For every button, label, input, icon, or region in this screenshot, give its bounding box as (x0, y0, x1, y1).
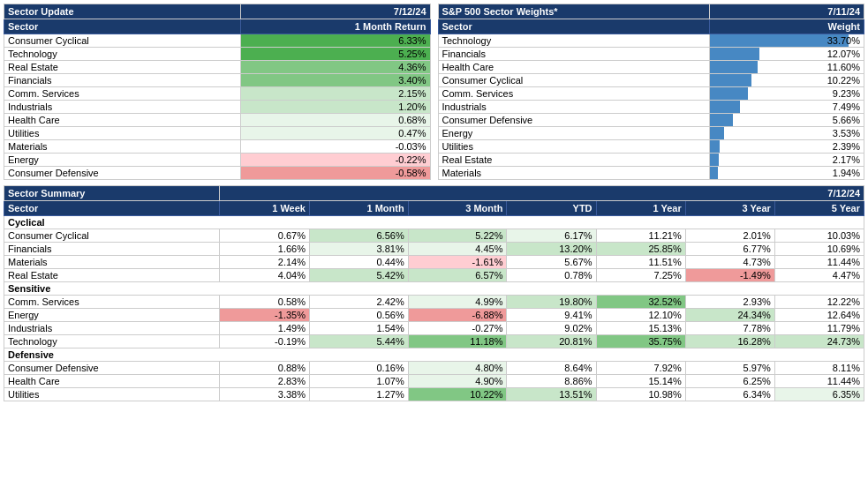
summary-value: 6.57% (408, 269, 507, 282)
weight-value: 9.23% (833, 88, 860, 99)
sector-name: Energy (4, 154, 241, 167)
table-row: Energy-1.35%0.56%-6.88%9.41%12.10%24.34%… (4, 309, 864, 322)
sector-summary-panel: Sector Summary 7/12/24 Sector 1 Week 1 M… (4, 185, 864, 401)
sector-value: -0.22% (240, 154, 430, 167)
table-row: Consumer Cyclical0.67%6.56%5.22%6.17%11.… (4, 229, 864, 243)
summary-value: 2.14% (219, 256, 309, 269)
sp500-sector-name: Real Estate (438, 154, 709, 167)
summary-value: 13.51% (507, 388, 596, 401)
table-row: Comm. Services0.58%2.42%4.99%19.80%32.52… (4, 296, 864, 309)
summary-value: 25.85% (596, 243, 685, 256)
summary-sector-name: Health Care (4, 375, 220, 388)
sector-name: Health Care (4, 114, 241, 127)
summary-sector-name: Consumer Defensive (4, 362, 220, 375)
table-row: Consumer Defensive0.88%0.16%4.80%8.64%7.… (4, 362, 864, 375)
summary-value: 2.01% (685, 229, 774, 243)
summary-value: 8.64% (507, 362, 596, 375)
weight-value: 7.49% (833, 101, 860, 112)
summary-date: 7/12/24 (219, 186, 864, 201)
summary-sector-name: Industrials (4, 322, 220, 335)
summary-col-5year: 5 Year (774, 201, 864, 216)
sp500-weight-cell: 3.53% (709, 127, 864, 140)
summary-value: 2.93% (685, 296, 774, 309)
table-row: Consumer Defensive-0.58% (4, 167, 431, 180)
sector-summary-table: Sector Summary 7/12/24 Sector 1 Week 1 M… (4, 185, 864, 401)
summary-value: 3.38% (219, 388, 309, 401)
weight-bar (710, 154, 719, 166)
sector-update-body: Consumer Cyclical6.33%Technology5.25%Rea… (4, 34, 431, 180)
sector-update-title: Sector Update (4, 4, 241, 19)
sector-value: 6.33% (240, 34, 430, 48)
sector-value: -0.03% (240, 140, 430, 154)
sp500-col-weight: Weight (709, 19, 864, 34)
sector-value: 1.20% (240, 101, 430, 114)
sp500-weight-cell: 11.60% (709, 61, 864, 74)
weight-value: 33.70% (827, 35, 860, 46)
group-header-row: Cyclical (4, 216, 864, 229)
group-name: Cyclical (4, 216, 864, 229)
summary-sector-name: Materials (4, 256, 220, 269)
summary-value: 0.16% (309, 362, 408, 375)
weight-value: 10.22% (827, 75, 860, 86)
sp500-weight-cell: 9.23% (709, 87, 864, 101)
sp500-header: S&P 500 Sector Weights* 7/11/24 (438, 4, 864, 19)
summary-value: 9.02% (507, 322, 596, 335)
weight-bar (710, 48, 759, 60)
main-container: Sector Update 7/12/24 Sector 1 Month Ret… (0, 0, 868, 405)
sector-update-panel: Sector Update 7/12/24 Sector 1 Month Ret… (4, 4, 431, 180)
summary-value: 11.44% (774, 375, 864, 388)
summary-header: Sector Summary 7/12/24 (4, 186, 864, 201)
sector-value: 3.40% (240, 74, 430, 87)
weight-bar (710, 167, 718, 179)
weight-bar (710, 87, 748, 100)
sp500-weight-cell: 2.39% (709, 140, 864, 154)
summary-value: -1.49% (685, 269, 774, 282)
summary-sector-name: Consumer Cyclical (4, 229, 220, 243)
sp500-sector-name: Technology (438, 34, 709, 48)
sp500-sector-name: Health Care (438, 61, 709, 74)
summary-value: 1.27% (309, 388, 408, 401)
summary-value: 6.34% (685, 388, 774, 401)
sector-name: Consumer Defensive (4, 167, 241, 180)
summary-value: 7.92% (596, 362, 685, 375)
table-row: Real Estate4.04%5.42%6.57%0.78%7.25%-1.4… (4, 269, 864, 282)
summary-value: 6.25% (685, 375, 774, 388)
summary-value: 10.69% (774, 243, 864, 256)
summary-sector-name: Utilities (4, 388, 220, 401)
summary-value: 5.44% (309, 335, 408, 348)
table-row: Health Care0.68% (4, 114, 431, 127)
group-header-row: Defensive (4, 348, 864, 362)
sector-name: Industrials (4, 101, 241, 114)
weight-bar (710, 127, 724, 139)
table-row: Comm. Services2.15% (4, 87, 431, 101)
summary-value: 11.51% (596, 256, 685, 269)
summary-value: 2.42% (309, 296, 408, 309)
summary-col-3year: 3 Year (685, 201, 774, 216)
summary-value: 5.42% (309, 269, 408, 282)
summary-value: 0.78% (507, 269, 596, 282)
sp500-weight-cell: 5.66% (709, 114, 864, 127)
summary-value: 12.64% (774, 309, 864, 322)
summary-col-3month: 3 Month (408, 201, 507, 216)
summary-value: 24.34% (685, 309, 774, 322)
summary-value: 5.67% (507, 256, 596, 269)
summary-value: 9.41% (507, 309, 596, 322)
col-header-sector: Sector (4, 19, 241, 34)
summary-value: -1.61% (408, 256, 507, 269)
table-row: Materials1.94% (438, 167, 864, 180)
sp500-sector-name: Utilities (438, 140, 709, 154)
table-row: Energy3.53% (438, 127, 864, 140)
weight-value: 2.17% (833, 154, 860, 165)
table-row: Real Estate4.36% (4, 61, 431, 74)
sp500-body: Technology33.70%Financials12.07%Health C… (438, 34, 864, 180)
table-row: Health Care11.60% (438, 61, 864, 74)
summary-value: 10.22% (408, 388, 507, 401)
summary-title: Sector Summary (4, 186, 220, 201)
group-name: Sensitive (4, 282, 864, 296)
sp500-sector-name: Energy (438, 127, 709, 140)
summary-value: 1.66% (219, 243, 309, 256)
sector-name: Materials (4, 140, 241, 154)
summary-value: 6.35% (774, 388, 864, 401)
table-row: Industrials1.20% (4, 101, 431, 114)
sp500-col-sector: Sector (438, 19, 709, 34)
